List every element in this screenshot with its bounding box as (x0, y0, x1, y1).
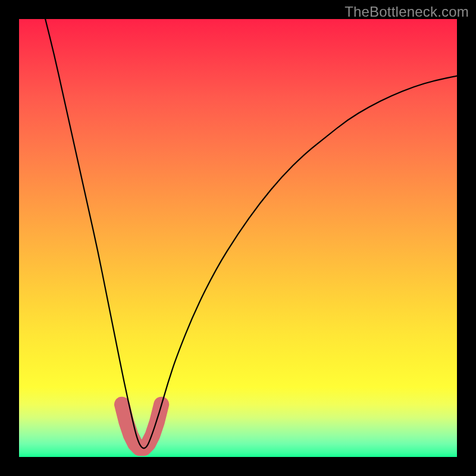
watermark-text: TheBottleneck.com (345, 4, 469, 20)
chart-frame: TheBottleneck.com (0, 0, 476, 476)
curve-line (45, 19, 457, 448)
bottleneck-curve (19, 19, 457, 457)
plot-area (19, 19, 457, 457)
